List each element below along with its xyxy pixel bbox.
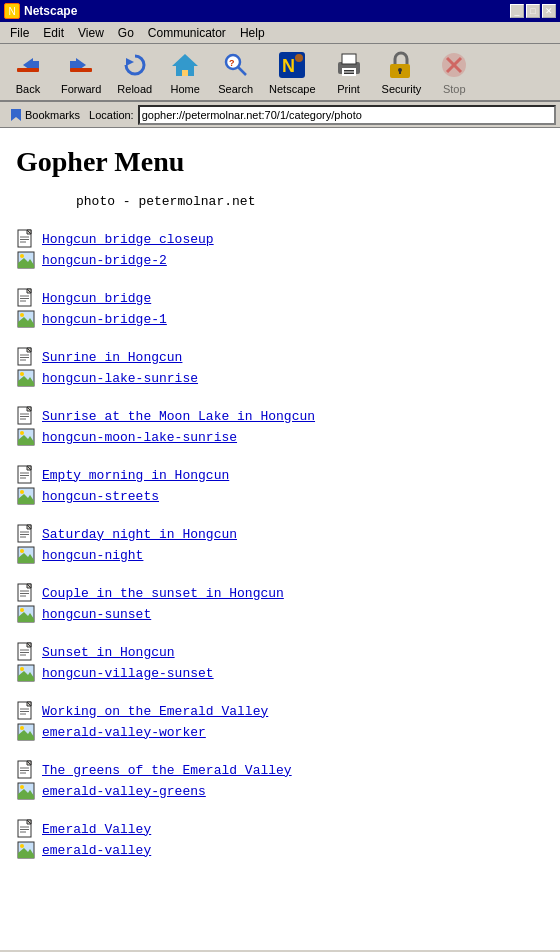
netscape-button[interactable]: N Netscape <box>262 46 322 98</box>
back-button[interactable]: Back <box>4 46 52 98</box>
gopher-link-row: Sunrise at the Moon Lake in Hongcun <box>16 406 544 426</box>
entry-group-9: Working on the Emerald Valley emerald-va… <box>16 701 544 742</box>
title-bar: N Netscape _ □ ✕ <box>0 0 560 22</box>
img-icon-1 <box>16 250 36 270</box>
security-icon <box>385 49 417 81</box>
stop-label: Stop <box>443 83 466 95</box>
link-hongcun-moon-lake-sunrise[interactable]: hongcun-moon-lake-sunrise <box>42 430 237 445</box>
link-hongcun-village-sunset[interactable]: hongcun-village-sunset <box>42 666 214 681</box>
forward-icon <box>65 49 97 81</box>
doc-icon-11 <box>16 819 36 839</box>
svg-line-10 <box>238 67 246 75</box>
doc-icon-10 <box>16 760 36 780</box>
gopher-link-row: Sunset in Hongcun <box>16 642 544 662</box>
maximize-button[interactable]: □ <box>526 4 540 18</box>
location-bar: Bookmarks Location: <box>0 102 560 128</box>
link-hongcun-bridge-1[interactable]: hongcun-bridge-1 <box>42 312 167 327</box>
link-emerald-valley-title[interactable]: Emerald Valley <box>42 822 151 837</box>
doc-icon-1 <box>16 229 36 249</box>
doc-icon-2 <box>16 288 36 308</box>
svg-text:?: ? <box>229 58 235 68</box>
svg-rect-16 <box>342 54 356 64</box>
link-saturday-night[interactable]: Saturday night in Hongcun <box>42 527 237 542</box>
svg-rect-2 <box>17 68 39 72</box>
link-emerald-valley-worker[interactable]: emerald-valley-worker <box>42 725 206 740</box>
gopher-link-row: Working on the Emerald Valley <box>16 701 544 721</box>
img-icon-2 <box>16 309 36 329</box>
gopher-link-row: Empty morning in Hongcun <box>16 465 544 485</box>
location-label: Location: <box>89 109 134 121</box>
home-button[interactable]: Home <box>161 46 209 98</box>
forward-label: Forward <box>61 83 101 95</box>
svg-point-52 <box>20 372 24 376</box>
link-hongcun-bridge-2[interactable]: hongcun-bridge-2 <box>42 253 167 268</box>
link-emerald-valley[interactable]: emerald-valley <box>42 843 151 858</box>
doc-icon-9 <box>16 701 36 721</box>
gopher-img-row-1: hongcun-bridge-2 <box>16 250 544 270</box>
link-couple-sunset[interactable]: Couple in the sunset in Hongcun <box>42 586 284 601</box>
reload-button[interactable]: Reload <box>110 46 159 98</box>
svg-point-61 <box>20 431 24 435</box>
gopher-link-row: Emerald Valley <box>16 819 544 839</box>
security-button[interactable]: Security <box>375 46 429 98</box>
link-sunset-hongcun[interactable]: Sunset in Hongcun <box>42 645 175 660</box>
img-icon-10 <box>16 781 36 801</box>
link-hongcun-night[interactable]: hongcun-night <box>42 548 143 563</box>
link-emerald-valley-greens-title[interactable]: The greens of the Emerald Valley <box>42 763 292 778</box>
svg-text:N: N <box>282 56 295 76</box>
img-icon-4 <box>16 427 36 447</box>
gopher-link-row: The greens of the Emerald Valley <box>16 760 544 780</box>
entry-group-8: Sunset in Hongcun hongcun-village-sunset <box>16 642 544 683</box>
search-label: Search <box>218 83 253 95</box>
img-icon-5 <box>16 486 36 506</box>
svg-point-124 <box>20 844 24 848</box>
forward-button[interactable]: Forward <box>54 46 108 98</box>
svg-marker-6 <box>126 58 134 66</box>
svg-point-34 <box>20 254 24 258</box>
stop-button[interactable]: Stop <box>430 46 478 98</box>
reload-label: Reload <box>117 83 152 95</box>
menu-file[interactable]: File <box>4 24 35 42</box>
location-input[interactable] <box>138 105 556 125</box>
page-title: Gopher Menu <box>16 146 544 178</box>
entry-group-5: Empty morning in Hongcun hongcun-streets <box>16 465 544 506</box>
entry-group-2: Hongcun bridge hongcun-bridge-1 <box>16 288 544 329</box>
menu-help[interactable]: Help <box>234 24 271 42</box>
link-emerald-valley-greens[interactable]: emerald-valley-greens <box>42 784 206 799</box>
menu-communicator[interactable]: Communicator <box>142 24 232 42</box>
link-hongcun-lake-sunrise[interactable]: hongcun-lake-sunrise <box>42 371 198 386</box>
toolbar: Back Forward Reload Home <box>0 44 560 102</box>
print-button[interactable]: Print <box>325 46 373 98</box>
gopher-img-row-7: hongcun-sunset <box>16 604 544 624</box>
doc-icon-6 <box>16 524 36 544</box>
minimize-button[interactable]: _ <box>510 4 524 18</box>
link-empty-morning[interactable]: Empty morning in Hongcun <box>42 468 229 483</box>
link-emerald-valley-worker-title[interactable]: Working on the Emerald Valley <box>42 704 268 719</box>
svg-rect-22 <box>399 70 401 74</box>
doc-icon-4 <box>16 406 36 426</box>
link-hongcun-sunset[interactable]: hongcun-sunset <box>42 607 151 622</box>
page-subtitle: photo - petermolnar.net <box>76 194 544 209</box>
gopher-img-row-3: hongcun-lake-sunrise <box>16 368 544 388</box>
svg-rect-4 <box>70 61 76 69</box>
search-button[interactable]: ? Search <box>211 46 260 98</box>
svg-point-88 <box>20 608 24 612</box>
menu-view[interactable]: View <box>72 24 110 42</box>
link-hongcun-bridge-closeup[interactable]: Hongcun bridge closeup <box>42 232 214 247</box>
img-icon-3 <box>16 368 36 388</box>
entry-group-1: Hongcun bridge closeup hongcun-bridge-2 <box>16 229 544 270</box>
link-sunrise-moon-lake[interactable]: Sunrise at the Moon Lake in Hongcun <box>42 409 315 424</box>
link-hongcun-streets[interactable]: hongcun-streets <box>42 489 159 504</box>
search-icon: ? <box>220 49 252 81</box>
netscape-icon: N <box>276 49 308 81</box>
close-button[interactable]: ✕ <box>542 4 556 18</box>
gopher-img-row-8: hongcun-village-sunset <box>16 663 544 683</box>
link-hongcun-bridge[interactable]: Hongcun bridge <box>42 291 151 306</box>
menu-go[interactable]: Go <box>112 24 140 42</box>
back-label: Back <box>16 83 40 95</box>
menu-edit[interactable]: Edit <box>37 24 70 42</box>
img-icon-6 <box>16 545 36 565</box>
back-icon <box>12 49 44 81</box>
bookmarks-button[interactable]: Bookmarks <box>4 106 85 124</box>
link-sunrine-hongcun[interactable]: Sunrine in Hongcun <box>42 350 182 365</box>
